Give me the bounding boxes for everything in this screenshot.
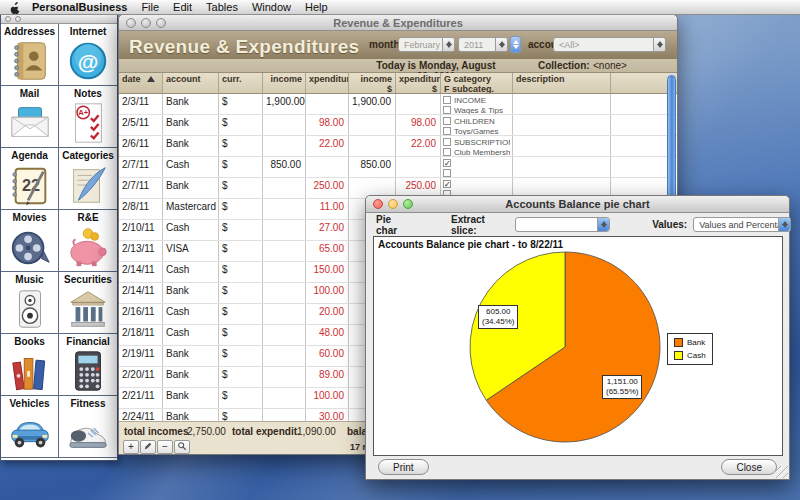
extract-slice-select[interactable] [515, 217, 610, 232]
sidebar-item-r-e[interactable]: R&E [59, 210, 117, 272]
table-row[interactable]: 2/7/11Cash$850.00850.00✓ [119, 157, 678, 178]
income-cell [263, 178, 306, 198]
values-select[interactable]: Values and Percenta... [693, 217, 791, 232]
values-label: Values: [652, 219, 687, 230]
edit-record-button[interactable] [140, 440, 156, 454]
year-select[interactable]: 2011 [458, 37, 508, 52]
category-checkbox[interactable] [443, 138, 451, 146]
sidebar-item-notes[interactable]: NotesA+ [59, 86, 117, 148]
apple-menu-icon[interactable] [8, 1, 22, 14]
col-header-blank [611, 73, 669, 93]
col-header-expenditure-usd[interactable]: xpenditure$ [396, 73, 441, 93]
col-header-category[interactable]: G categoryF subcateg. [441, 73, 513, 93]
category-checkbox[interactable] [443, 169, 451, 177]
col-header-expenditure[interactable]: xpenditure [306, 73, 349, 93]
legend-swatch [674, 351, 683, 360]
account-cell: Bank [163, 136, 219, 156]
currency-cell: $ [219, 241, 263, 261]
category-checkbox[interactable] [443, 106, 451, 114]
quill-icon [65, 162, 111, 208]
category-checkbox[interactable]: ✓ [443, 159, 451, 167]
sidebar-item-movies[interactable]: Movies [1, 210, 59, 272]
col-header-income[interactable]: income [263, 73, 306, 93]
category-checkbox[interactable] [443, 148, 451, 156]
calculator-icon [65, 348, 111, 394]
category-checkbox-label: INCOME [454, 96, 486, 105]
main-title-bar[interactable]: Revenue & Expenditures [119, 15, 677, 31]
sidebar-item-fitness[interactable]: Fitness [59, 396, 117, 458]
category-checkbox[interactable] [443, 117, 451, 125]
pie-title-bar[interactable]: Accounts Balance pie chart [366, 196, 789, 213]
date-cell: 2/5/11 [119, 115, 163, 135]
expenditure-cell: 100.00 [306, 388, 349, 408]
category-checkbox[interactable] [443, 96, 451, 104]
sidebar-item-label: Internet [70, 26, 107, 37]
sidebar-item-label: Categories [62, 150, 114, 161]
minimize-icon[interactable] [388, 199, 398, 209]
account-cell: Cash [163, 220, 219, 240]
table-row[interactable]: 2/5/11Bank$98.0098.00CHILDRENToys/Games [119, 115, 678, 136]
search-record-button[interactable] [174, 440, 190, 454]
sidebar-item-securities[interactable]: Securities [59, 272, 117, 334]
currency-cell: $ [219, 367, 263, 387]
category-checkbox-label: CHILDREN [454, 117, 495, 126]
sidebar-item-books[interactable]: Books [1, 334, 59, 396]
sidebar-item-label: Securities [64, 274, 112, 285]
income-cell: 1,900.00 [263, 94, 306, 114]
col-header-curr[interactable]: curr. [219, 73, 263, 93]
account-cell: Bank [163, 283, 219, 303]
menu-file[interactable]: File [141, 1, 159, 13]
income-usd-cell: 850.00 [349, 157, 396, 177]
expenditure-cell: 98.00 [306, 115, 349, 135]
delete-record-button[interactable]: − [157, 440, 173, 454]
col-header-account[interactable]: account [163, 73, 219, 93]
zoom-icon[interactable] [156, 18, 166, 28]
app-name[interactable]: PersonalBusiness [32, 1, 127, 13]
col-header-income-usd[interactable]: income$ [349, 73, 396, 93]
sneaker-icon [65, 410, 111, 456]
close-icon[interactable] [373, 199, 383, 209]
palette-close-icon[interactable] [5, 16, 11, 22]
sidebar-item-label: R&E [77, 212, 98, 223]
sidebar-item-addresses[interactable]: Addresses [1, 24, 59, 86]
minimize-icon[interactable] [141, 18, 151, 28]
piggy-bank-icon [65, 224, 111, 270]
menu-edit[interactable]: Edit [173, 1, 192, 13]
date-cell: 2/19/11 [119, 346, 163, 366]
menu-help[interactable]: Help [305, 1, 328, 13]
at-globe-icon: @ [65, 38, 111, 84]
col-header-description[interactable]: description [513, 73, 611, 93]
sidebar-item-music[interactable]: Music [1, 272, 59, 334]
menu-window[interactable]: Window [252, 1, 291, 13]
currency-cell: $ [219, 94, 263, 114]
sidebar-item-financial[interactable]: Financial [59, 334, 117, 396]
sidebar-item-internet[interactable]: Internet@ [59, 24, 117, 86]
zoom-icon[interactable] [403, 199, 413, 209]
sidebar-item-vehicles[interactable]: Vehicles [1, 396, 59, 458]
menu-tables[interactable]: Tables [206, 1, 238, 13]
month-stepper[interactable] [510, 36, 521, 53]
palette-collapse-icon[interactable] [15, 16, 21, 22]
resize-grip[interactable] [776, 466, 788, 478]
date-cell: 2/21/11 [119, 388, 163, 408]
table-row[interactable]: 2/3/11Bank$1,900.001,900.00INCOMEWages &… [119, 94, 678, 115]
close-button[interactable]: Close [721, 459, 777, 475]
car-icon [7, 410, 53, 456]
account-select[interactable]: <All> [553, 37, 666, 52]
sidebar-item-mail[interactable]: Mail [1, 86, 59, 148]
category-checkbox[interactable]: ✓ [443, 180, 451, 188]
print-button[interactable]: Print [378, 459, 429, 475]
category-checkbox[interactable] [443, 127, 451, 135]
category-checkbox-row: ✓ [443, 179, 510, 189]
table-row[interactable]: 2/6/11Bank$22.0022.00SUBSCRIPTIONSClub M… [119, 136, 678, 157]
account-cell: VISA [163, 241, 219, 261]
add-record-button[interactable]: + [123, 440, 139, 454]
total-incomes-value: 2,750.00 [187, 426, 226, 437]
month-select[interactable]: February [398, 37, 455, 52]
expenditure-cell: 22.00 [306, 136, 349, 156]
sidebar-item-categories[interactable]: Categories [59, 148, 117, 210]
close-icon[interactable] [126, 18, 136, 28]
account-cell: Bank [163, 115, 219, 135]
col-header-date[interactable]: date [119, 73, 163, 93]
sidebar-item-agenda[interactable]: Agenda22 [1, 148, 59, 210]
